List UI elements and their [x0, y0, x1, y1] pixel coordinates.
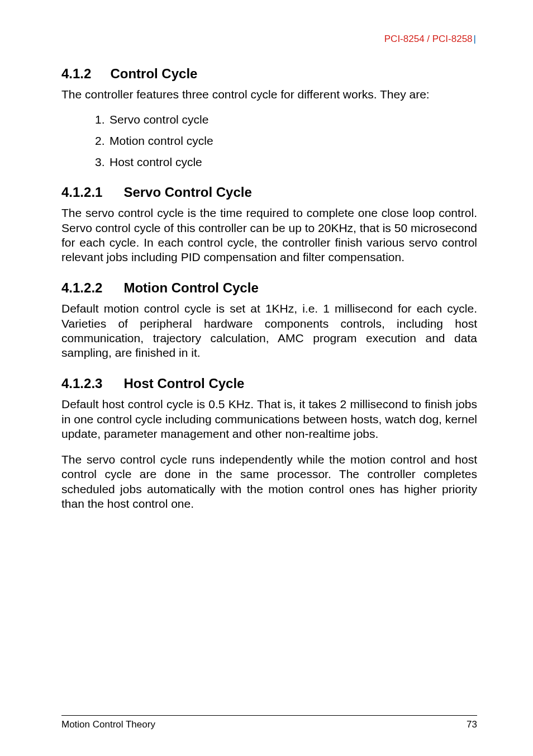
paragraph: The servo control cycle is the time requ…	[61, 206, 477, 264]
heading-4-1-2-3: 4.1.2.3Host Control Cycle	[61, 376, 477, 391]
section-number: 4.1.2.3	[61, 376, 102, 391]
heading-4-1-2-1: 4.1.2.1Servo Control Cycle	[61, 185, 477, 200]
header-doc-title: PCI-8254 / PCI-8258	[384, 34, 473, 44]
heading-4-1-2-2: 4.1.2.2Motion Control Cycle	[61, 280, 477, 296]
list-number: 2.	[95, 134, 110, 148]
section-title: Control Cycle	[110, 66, 197, 81]
paragraph: The servo control cycle runs independent…	[61, 452, 477, 511]
section-number: 4.1.2.1	[61, 185, 102, 200]
footer-chapter-title: Motion Control Theory	[61, 719, 155, 730]
list-text: Motion control cycle	[110, 134, 213, 147]
section-number: 4.1.2.2	[61, 280, 102, 296]
enumerated-list: 1.Servo control cycle 2.Motion control c…	[61, 113, 477, 169]
list-item: 1.Servo control cycle	[95, 113, 477, 126]
section-title: Host Control Cycle	[123, 376, 244, 391]
footer-page-number: 73	[467, 719, 477, 730]
list-text: Servo control cycle	[110, 113, 208, 126]
list-number: 1.	[95, 113, 110, 126]
section-number: 4.1.2	[61, 66, 91, 82]
paragraph: Default host control cycle is 0.5 KHz. T…	[61, 397, 477, 441]
running-header: PCI-8254 / PCI-8258|	[61, 34, 477, 45]
paragraph: The controller features three control cy…	[61, 87, 477, 102]
heading-4-1-2: 4.1.2Control Cycle	[61, 66, 477, 82]
header-separator-bar: |	[473, 34, 477, 44]
list-text: Host control cycle	[110, 155, 202, 168]
paragraph: Default motion control cycle is set at 1…	[61, 301, 477, 360]
list-number: 3.	[95, 155, 110, 169]
list-item: 3.Host control cycle	[95, 155, 477, 169]
section-title: Servo Control Cycle	[123, 185, 251, 200]
list-item: 2.Motion control cycle	[95, 134, 477, 148]
section-title: Motion Control Cycle	[123, 280, 258, 295]
page-footer: Motion Control Theory 73	[61, 715, 477, 730]
footer-rule	[61, 715, 477, 716]
